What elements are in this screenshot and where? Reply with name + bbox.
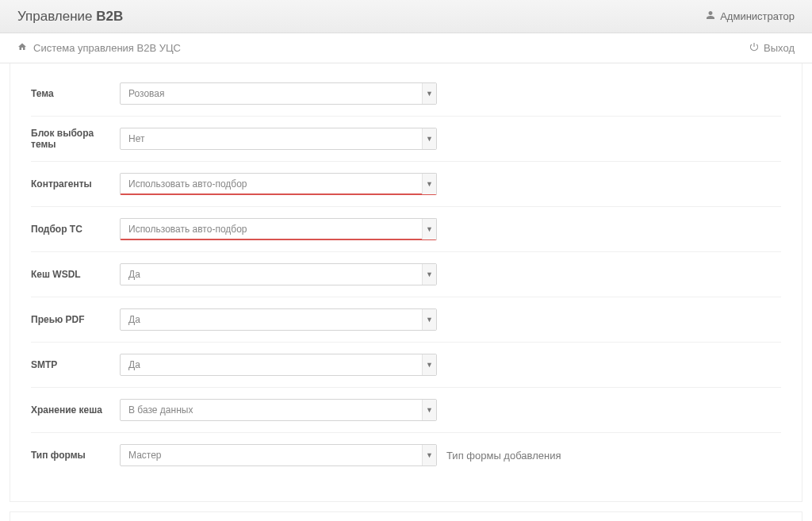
brand: Управление B2B	[17, 9, 123, 25]
chevron-down-icon: ▼	[422, 264, 436, 285]
chevron-down-icon: ▼	[422, 219, 436, 239]
actions-panel: Сохранить Отмена	[10, 511, 802, 521]
row-theme: Тема Розовая ▼	[31, 71, 781, 117]
settings-panel: Тема Розовая ▼ Блок выбора темы Нет ▼ Ко…	[10, 63, 802, 502]
select-theme-block[interactable]: Нет ▼	[120, 128, 437, 150]
topbar: Управление B2B Администратор	[0, 0, 812, 33]
select-theme-value: Розовая	[128, 88, 164, 99]
chevron-down-icon: ▼	[422, 174, 436, 194]
label-ts: Подбор ТС	[31, 224, 120, 235]
row-ts: Подбор ТС Использовать авто-подбор ▼	[31, 207, 781, 252]
select-form-type-value: Мастер	[128, 450, 162, 461]
brand-prefix: Управление	[17, 9, 96, 24]
label-theme: Тема	[31, 88, 120, 99]
chevron-down-icon: ▼	[422, 354, 436, 375]
breadcrumb-text: Система управления B2B УЦС	[33, 42, 181, 54]
breadcrumb-bar: Система управления B2B УЦС Выход	[0, 33, 812, 63]
help-form-type: Тип формы добавления	[446, 450, 561, 462]
chevron-down-icon: ▼	[422, 83, 436, 104]
select-cache[interactable]: В базе данных ▼	[120, 399, 437, 421]
label-cache: Хранение кеша	[31, 404, 120, 416]
select-form-type[interactable]: Мастер ▼	[120, 444, 437, 466]
chevron-down-icon: ▼	[422, 128, 436, 149]
home-icon	[17, 42, 27, 54]
exit-link[interactable]: Выход	[749, 42, 795, 54]
select-smtp-value: Да	[128, 359, 140, 370]
label-contragents: Контрагенты	[31, 178, 120, 190]
label-form-type: Тип формы	[31, 450, 120, 461]
chevron-down-icon: ▼	[422, 309, 436, 330]
select-contragents-value: Использовать авто-подбор	[128, 178, 247, 190]
select-wsdl-value: Да	[128, 269, 140, 280]
select-pdf[interactable]: Да ▼	[120, 308, 437, 331]
label-theme-block: Блок выбора темы	[31, 128, 120, 150]
brand-bold: B2B	[96, 9, 123, 24]
chevron-down-icon: ▼	[422, 400, 436, 420]
breadcrumb[interactable]: Система управления B2B УЦС	[17, 42, 181, 54]
select-ts-value: Использовать авто-подбор	[128, 224, 247, 235]
admin-link[interactable]: Администратор	[706, 10, 795, 22]
select-contragents[interactable]: Использовать авто-подбор ▼	[120, 173, 437, 195]
select-pdf-value: Да	[128, 314, 140, 325]
select-wsdl[interactable]: Да ▼	[120, 263, 437, 285]
row-wsdl: Кеш WSDL Да ▼	[31, 252, 781, 297]
row-smtp: SMTP Да ▼	[31, 343, 781, 388]
exit-label: Выход	[764, 42, 795, 54]
label-wsdl: Кеш WSDL	[31, 269, 120, 280]
select-ts[interactable]: Использовать авто-подбор ▼	[120, 218, 437, 240]
select-theme[interactable]: Розовая ▼	[120, 82, 437, 105]
row-form-type: Тип формы Мастер ▼ Тип формы добавления	[31, 433, 781, 477]
select-theme-block-value: Нет	[128, 133, 144, 144]
select-smtp[interactable]: Да ▼	[120, 354, 437, 376]
user-icon	[706, 10, 715, 22]
row-cache: Хранение кеша В базе данных ▼	[31, 388, 781, 433]
select-cache-value: В базе данных	[128, 404, 193, 416]
chevron-down-icon: ▼	[422, 445, 436, 465]
label-pdf: Преью PDF	[31, 314, 120, 325]
row-contragents: Контрагенты Использовать авто-подбор ▼	[31, 162, 781, 207]
power-icon	[749, 42, 759, 54]
admin-label: Администратор	[720, 10, 795, 22]
row-theme-block: Блок выбора темы Нет ▼	[31, 117, 781, 162]
label-smtp: SMTP	[31, 359, 120, 370]
row-pdf: Преью PDF Да ▼	[31, 297, 781, 343]
